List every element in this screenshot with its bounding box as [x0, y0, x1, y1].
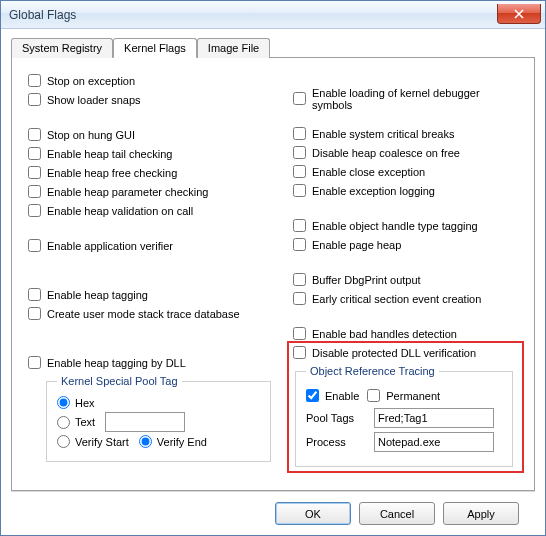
close-exc-label: Enable close exception [312, 166, 425, 178]
tab-system-registry[interactable]: System Registry [11, 38, 113, 58]
app-verifier-label: Enable application verifier [47, 240, 173, 252]
columns: Stop on exception Show loader snaps Stop… [28, 70, 518, 467]
stop-on-hung-gui-label: Stop on hung GUI [47, 129, 135, 141]
tab-image-file[interactable]: Image File [197, 38, 270, 58]
titlebar: Global Flags [1, 1, 545, 29]
app-verifier-checkbox[interactable] [28, 239, 41, 252]
right-column: Enable loading of kernel debugger symbol… [293, 70, 518, 467]
heap-val-checkbox[interactable] [28, 204, 41, 217]
stack-trace-checkbox[interactable] [28, 307, 41, 320]
close-icon [514, 9, 524, 19]
kspt-hex-label: Hex [75, 397, 95, 409]
stop-on-hung-gui-checkbox[interactable] [28, 128, 41, 141]
heap-tag-dll-checkbox[interactable] [28, 356, 41, 369]
show-loader-snaps-checkbox[interactable] [28, 93, 41, 106]
ort-process-input[interactable] [374, 432, 494, 452]
heap-free-label: Enable heap free checking [47, 167, 177, 179]
close-exc-checkbox[interactable] [293, 165, 306, 178]
ort-wrapper: Object Reference Tracing Enable Permanen… [293, 365, 518, 467]
page-heap-label: Enable page heap [312, 239, 401, 251]
obj-handle-checkbox[interactable] [293, 219, 306, 232]
kspt-verify-start-radio[interactable] [57, 435, 70, 448]
ort-pool-tags-label: Pool Tags [306, 412, 366, 424]
kspt-hex-radio[interactable] [57, 396, 70, 409]
kernel-flags-panel: Stop on exception Show loader snaps Stop… [11, 57, 535, 491]
load-kernel-dbg-checkbox[interactable] [293, 92, 306, 105]
kspt-verify-start-label: Verify Start [75, 436, 129, 448]
exc-logging-checkbox[interactable] [293, 184, 306, 197]
client-area: System Registry Kernel Flags Image File … [1, 29, 545, 535]
protected-dll-label: Disable protected DLL verification [312, 347, 476, 359]
ort-pool-tags-input[interactable] [374, 408, 494, 428]
ort-enable-checkbox[interactable] [306, 389, 319, 402]
page-heap-checkbox[interactable] [293, 238, 306, 251]
protected-dll-checkbox[interactable] [293, 346, 306, 359]
stop-on-exception-label: Stop on exception [47, 75, 135, 87]
ort-process-label: Process [306, 436, 366, 448]
heap-tag-dll-label: Enable heap tagging by DLL [47, 357, 186, 369]
ort-enable-label: Enable [325, 390, 359, 402]
early-crit-label: Early critical section event creation [312, 293, 481, 305]
button-bar: OK Cancel Apply [11, 491, 535, 525]
stop-on-exception-checkbox[interactable] [28, 74, 41, 87]
bad-handles-checkbox[interactable] [293, 327, 306, 340]
kspt-hex-option[interactable]: Hex [57, 396, 95, 409]
ort-permanent-label: Permanent [386, 390, 440, 402]
global-flags-window: Global Flags System Registry Kernel Flag… [0, 0, 546, 536]
kspt-verify-start-option[interactable]: Verify Start [57, 435, 129, 448]
tab-kernel-flags[interactable]: Kernel Flags [113, 38, 197, 58]
left-column: Stop on exception Show loader snaps Stop… [28, 70, 271, 467]
show-loader-snaps-label: Show loader snaps [47, 94, 141, 106]
window-title: Global Flags [9, 8, 76, 22]
bad-handles-label: Enable bad handles detection [312, 328, 457, 340]
kspt-value-input[interactable] [105, 412, 185, 432]
heap-coalesce-checkbox[interactable] [293, 146, 306, 159]
heap-val-label: Enable heap validation on call [47, 205, 193, 217]
ort-permanent-checkbox[interactable] [367, 389, 380, 402]
heap-param-label: Enable heap parameter checking [47, 186, 208, 198]
load-kernel-dbg-label: Enable loading of kernel debugger symbol… [312, 87, 518, 111]
ok-button[interactable]: OK [275, 502, 351, 525]
heap-free-checkbox[interactable] [28, 166, 41, 179]
dbgprint-label: Buffer DbgPrint output [312, 274, 421, 286]
exc-logging-label: Enable exception logging [312, 185, 435, 197]
dbgprint-checkbox[interactable] [293, 273, 306, 286]
kernel-special-pool-tag-group: Kernel Special Pool Tag Hex Text Verify … [46, 375, 271, 462]
stack-trace-label: Create user mode stack trace database [47, 308, 240, 320]
kspt-legend: Kernel Special Pool Tag [57, 375, 182, 387]
heap-tail-label: Enable heap tail checking [47, 148, 172, 160]
ort-legend: Object Reference Tracing [306, 365, 439, 377]
obj-handle-label: Enable object handle type tagging [312, 220, 478, 232]
kspt-text-radio[interactable] [57, 416, 70, 429]
apply-button[interactable]: Apply [443, 502, 519, 525]
close-button[interactable] [497, 4, 541, 24]
kspt-verify-end-option[interactable]: Verify End [139, 435, 207, 448]
heap-tail-checkbox[interactable] [28, 147, 41, 160]
sys-crit-checkbox[interactable] [293, 127, 306, 140]
cancel-button[interactable]: Cancel [359, 502, 435, 525]
early-crit-checkbox[interactable] [293, 292, 306, 305]
window-buttons [497, 5, 541, 24]
kspt-text-label: Text [75, 416, 95, 428]
kspt-verify-end-radio[interactable] [139, 435, 152, 448]
heap-param-checkbox[interactable] [28, 185, 41, 198]
object-reference-tracing-group: Object Reference Tracing Enable Permanen… [295, 365, 513, 467]
heap-coalesce-label: Disable heap coalesce on free [312, 147, 460, 159]
sys-crit-label: Enable system critical breaks [312, 128, 454, 140]
kspt-text-option[interactable]: Text [57, 416, 95, 429]
kspt-verify-end-label: Verify End [157, 436, 207, 448]
tabs-header: System Registry Kernel Flags Image File [11, 38, 535, 58]
heap-tagging-checkbox[interactable] [28, 288, 41, 301]
heap-tagging-label: Enable heap tagging [47, 289, 148, 301]
